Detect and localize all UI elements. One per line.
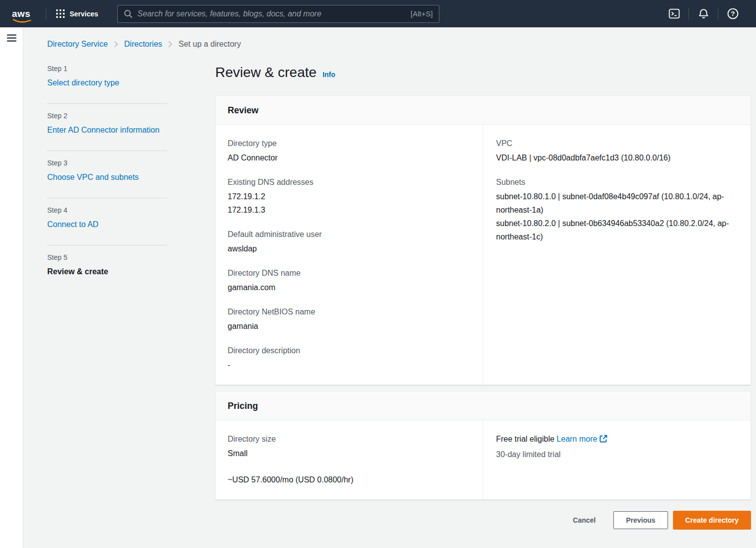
field-label: Directory type — [228, 137, 463, 150]
left-rail — [0, 27, 23, 548]
top-navigation-bar: aws Services [Alt+S] — [0, 0, 756, 27]
step-number: Step 1 — [47, 65, 168, 73]
review-panel-title: Review — [228, 105, 258, 115]
svg-text:?: ? — [731, 10, 735, 17]
page-title: Review & create — [215, 64, 317, 81]
previous-button[interactable]: Previous — [613, 511, 668, 529]
field-group: Directory NetBIOS name gamania — [228, 305, 463, 333]
field-value: subnet-10.80.2.0 | subnet-0b634946ab5334… — [496, 217, 739, 243]
field-value: subnet-10.80.1.0 | subnet-0daf08e4b49c09… — [496, 190, 739, 217]
step-number: Step 4 — [47, 206, 168, 214]
field-value: gamania.com — [228, 281, 463, 294]
external-link-icon — [599, 435, 607, 443]
pricing-panel-header: Pricing — [216, 391, 751, 420]
wizard-steps: Step 1 Select directory type Step 2 Ente… — [47, 64, 168, 540]
cloudshell-button[interactable] — [660, 0, 688, 27]
info-link[interactable]: Info — [323, 71, 336, 78]
breadcrumb-link-directory-service[interactable]: Directory Service — [47, 40, 108, 49]
hamburger-menu-icon[interactable] — [7, 34, 16, 42]
global-search-box[interactable]: [Alt+S] — [117, 5, 439, 23]
field-group: Directory type AD Connector — [228, 137, 463, 164]
field-group: Default administrative user awsldap — [228, 228, 463, 255]
step-link[interactable]: Select directory type — [47, 78, 119, 87]
field-label: Existing DNS addresses — [228, 175, 463, 189]
field-value: Small — [228, 447, 463, 460]
pricing-panel: Pricing Directory size Small ~USD 57.600… — [215, 391, 751, 500]
search-icon — [124, 9, 133, 18]
step-label-current: Review & create — [47, 265, 168, 278]
pricing-panel-title: Pricing — [228, 401, 258, 411]
notifications-button[interactable] — [689, 0, 718, 27]
create-directory-button[interactable]: Create directory — [673, 511, 751, 530]
services-menu-button[interactable]: Services — [46, 0, 108, 27]
breadcrumb: Directory Service Directories Set up a d… — [24, 27, 756, 49]
free-trial-line: Free trial eligible Learn more — [496, 432, 739, 446]
field-value: awsldap — [228, 242, 463, 255]
main-column: Review & create Info Review Directory ty… — [215, 64, 751, 540]
help-button[interactable]: ? — [718, 0, 747, 27]
field-value: 172.19.1.3 — [228, 203, 463, 217]
search-input[interactable] — [138, 9, 406, 18]
learn-more-link[interactable]: Learn more — [557, 435, 597, 443]
price-estimate: ~USD 57.6000/mo (USD 0.0800/hr) — [228, 473, 463, 486]
breadcrumb-link-directories[interactable]: Directories — [124, 40, 162, 49]
pricing-right-column: Free trial eligible Learn more 30-day li… — [483, 420, 751, 499]
field-label: Directory NetBIOS name — [228, 305, 463, 318]
wizard-step: Step 3 Choose VPC and subnets — [47, 151, 168, 198]
notifications-bell-icon — [697, 7, 710, 20]
step-number: Step 3 — [47, 159, 168, 167]
field-label: Directory size — [228, 432, 463, 446]
main-content-area: Directory Service Directories Set up a d… — [24, 27, 756, 548]
aws-logo[interactable]: aws — [12, 9, 33, 19]
cancel-button[interactable]: Cancel — [563, 512, 606, 529]
aws-smile-icon — [13, 19, 32, 24]
wizard-step: Step 5 Review & create — [47, 245, 168, 292]
free-trial-text: Free trial eligible — [496, 435, 554, 443]
services-label: Services — [70, 10, 98, 18]
review-right-column: VPC VDI-LAB | vpc-08d0adbfa7aefc1d3 (10.… — [483, 125, 751, 385]
review-panel: Review Directory type AD Connector Exist… — [215, 95, 751, 385]
field-group: Directory description - — [228, 344, 463, 372]
field-value: 172.19.1.2 — [228, 190, 463, 203]
step-link[interactable]: Connect to AD — [47, 220, 98, 229]
cloudshell-icon — [668, 7, 680, 20]
field-value: VDI-LAB | vpc-08d0adbfa7aefc1d3 (10.80.0… — [496, 151, 739, 164]
review-left-column: Directory type AD Connector Existing DNS… — [216, 125, 483, 385]
field-value: gamania — [228, 319, 463, 333]
review-panel-header: Review — [216, 96, 751, 125]
services-grid-icon — [56, 9, 65, 18]
chevron-right-icon — [168, 41, 172, 48]
pricing-left-column: Directory size Small ~USD 57.6000/mo (US… — [216, 420, 483, 499]
search-shortcut-hint: [Alt+S] — [411, 9, 433, 18]
aws-console-window: aws Services [Alt+S] — [0, 0, 756, 548]
step-number: Step 5 — [47, 253, 168, 261]
field-label: VPC — [496, 137, 739, 150]
trial-duration-text: 30-day limited trial — [496, 448, 739, 461]
field-label: Subnets — [496, 175, 739, 189]
field-label: Directory description — [228, 344, 463, 357]
step-number: Step 2 — [47, 112, 168, 120]
aws-logo-text: aws — [12, 9, 33, 19]
chevron-right-icon — [114, 41, 118, 48]
wizard-step: Step 2 Enter AD Connector information — [47, 104, 168, 151]
field-group: Directory DNS name gamania.com — [228, 266, 463, 294]
nav-right-controls: ? — [660, 0, 747, 27]
field-label: Directory DNS name — [228, 266, 463, 280]
field-value: - — [228, 358, 463, 372]
wizard-step: Step 4 Connect to AD — [47, 198, 168, 245]
field-group: Subnets subnet-10.80.1.0 | subnet-0daf08… — [496, 175, 739, 243]
step-link[interactable]: Choose VPC and subnets — [47, 173, 139, 181]
wizard-step: Step 1 Select directory type — [47, 64, 168, 104]
field-group: Directory size Small — [228, 432, 463, 460]
field-value: AD Connector — [228, 151, 463, 164]
wizard-actions: Cancel Previous Create directory — [215, 511, 751, 540]
step-link[interactable]: Enter AD Connector information — [47, 126, 160, 134]
field-group: VPC VDI-LAB | vpc-08d0adbfa7aefc1d3 (10.… — [496, 137, 739, 164]
field-label: Default administrative user — [228, 228, 463, 241]
breadcrumb-current: Set up a directory — [178, 40, 241, 49]
help-icon: ? — [727, 7, 739, 20]
field-group: Existing DNS addresses 172.19.1.2172.19.… — [228, 175, 463, 217]
